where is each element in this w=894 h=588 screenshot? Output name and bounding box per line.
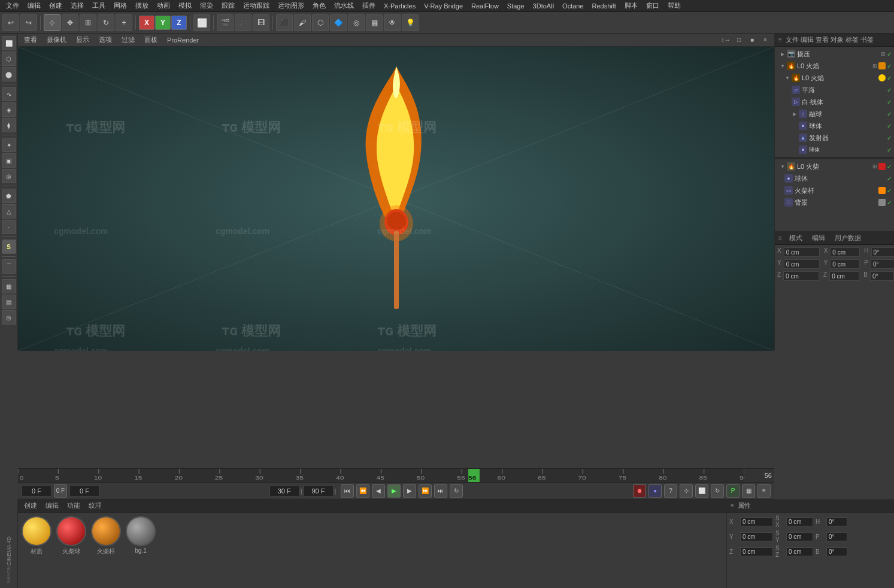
coord-b-input[interactable] [826, 547, 847, 556]
lt-bend[interactable]: ⌒ [2, 259, 16, 274]
lt-grid3[interactable]: ◎ [2, 310, 16, 325]
lt-null[interactable]: ◎ [2, 169, 16, 183]
lt-s-icon[interactable]: S [2, 240, 16, 254]
attr-y-size[interactable] [830, 259, 860, 269]
attr-z-size[interactable] [829, 271, 859, 281]
menu-vray[interactable]: V-Ray Bridge [420, 2, 466, 10]
tree-item-pinghai[interactable]: ▱ 平海 ✓ [775, 84, 894, 96]
texture-tool[interactable]: 🔷 [330, 14, 347, 31]
lt-spline[interactable]: ∿ [2, 87, 16, 101]
menu-character[interactable]: 角色 [309, 1, 329, 11]
move-tool[interactable]: ✥ [62, 14, 78, 31]
vp-tab-options[interactable]: 选项 [96, 34, 114, 46]
viewport-cube[interactable]: ⬛ [276, 14, 293, 31]
menu-select[interactable]: 选择 [67, 1, 87, 11]
frame-counter[interactable]: 0 F [54, 484, 67, 498]
tree-item-root[interactable]: ▶ 📷 摄压 ⊞ ✓ [775, 48, 894, 60]
menu-plugin[interactable]: 插件 [359, 1, 379, 11]
vp-tab-display[interactable]: 显示 [74, 34, 92, 46]
menu-window[interactable]: 窗口 [643, 1, 663, 11]
cycle-anim-button[interactable]: ↻ [711, 484, 724, 498]
menu-simulate[interactable]: 模拟 [175, 1, 195, 11]
prorender-button[interactable]: P [726, 484, 740, 498]
auto-key-button[interactable]: ● [648, 484, 662, 498]
menu-help[interactable]: 帮助 [664, 1, 684, 11]
attr-x-size[interactable] [830, 247, 860, 257]
node-tool[interactable]: ⬡ [312, 14, 329, 31]
clone-anim-button[interactable]: ⬜ [695, 484, 708, 498]
vp-ctrl-window[interactable]: □ [734, 35, 744, 46]
vp-ctrl-arrows[interactable]: ↕↔ [720, 35, 731, 46]
scale-tool[interactable]: ⊞ [80, 14, 96, 31]
mat-tab-edit[interactable]: 编辑 [43, 500, 61, 511]
menu-tools[interactable]: 工具 [89, 1, 109, 11]
lt-polygon[interactable]: ⬟ [2, 189, 16, 203]
attr-y-pos[interactable] [784, 259, 820, 269]
menu-file[interactable]: 文件 [2, 1, 23, 11]
render-btn[interactable]: 👁 [384, 14, 401, 31]
lt-nurbs[interactable]: ◈ [2, 102, 16, 117]
step-back-button[interactable]: ◀ [372, 484, 385, 498]
mat-tab-create[interactable]: 创建 [22, 500, 40, 511]
light-tool[interactable]: 💡 [402, 14, 419, 31]
menu-3dtoall[interactable]: 3DtoAll [529, 2, 557, 10]
menu-mograph[interactable]: 运动图形 [274, 1, 308, 11]
vp-tab-panel[interactable]: 面板 [142, 34, 160, 46]
lt-point[interactable]: · [2, 220, 16, 234]
attr-p-rot[interactable] [871, 259, 894, 269]
material-swatch-2[interactable]: 火柴球 [56, 516, 86, 556]
grid-anim-button[interactable]: ▦ [742, 484, 755, 498]
material-swatch-4[interactable]: bg.1 [126, 516, 156, 556]
coord-z-input[interactable] [740, 547, 773, 556]
record-button[interactable]: ⏺ [633, 484, 646, 498]
rl-tab-userdata[interactable]: 用户数据 [832, 232, 863, 244]
start-frame-display[interactable]: 0 F [22, 486, 51, 496]
menu-edit[interactable]: 编辑 [24, 1, 44, 11]
coord-sx-input[interactable] [786, 517, 813, 526]
coord-p-input[interactable] [826, 532, 847, 541]
menu-octane[interactable]: Octane [559, 2, 587, 10]
tree-item-huochaigan[interactable]: ▭ 火柴杆 ✓ [775, 184, 894, 196]
coord-x-input[interactable] [740, 517, 773, 526]
timeline-ruler[interactable]: 0 5 10 15 20 25 30 35 40 45 50 [18, 469, 744, 482]
tree-item-beijing[interactable]: □ 背景 ✓ [775, 196, 894, 208]
lt-cube[interactable]: ⬜ [2, 36, 16, 50]
menu-xparticles[interactable]: X-Particles [380, 2, 419, 10]
lt-light[interactable]: ✦ [2, 138, 16, 152]
fps-display[interactable]: 30 F [269, 486, 299, 496]
go-start-button[interactable]: ⏮ [341, 484, 354, 498]
attr-b-rot[interactable] [870, 271, 894, 281]
mat-tab-texture[interactable]: 纹理 [86, 500, 104, 511]
menu-realflow[interactable]: RealFlow [468, 2, 502, 10]
menu-render[interactable]: 渲染 [196, 1, 217, 11]
lt-camera[interactable]: ▣ [2, 153, 16, 168]
tree-item-qiuti2[interactable]: ● 球体 ✓ [775, 172, 894, 184]
menu-stage[interactable]: Stage [504, 2, 528, 10]
lt-edge[interactable]: △ [2, 204, 16, 219]
coord-h-input[interactable] [826, 517, 847, 526]
menu-animate[interactable]: 动画 [153, 1, 174, 11]
axis-z-button[interactable]: Z [171, 16, 187, 30]
paint-tool[interactable]: 🖌 [294, 14, 311, 31]
next-keyframe-button[interactable]: ⏩ [419, 484, 432, 498]
coord-sy-input[interactable] [786, 532, 813, 541]
viewport-canvas[interactable]: ᴛɢ 模型网 ᴛɢ 模型网 ᴛɢ 模型网 cgmodel.com cgmodel… [18, 47, 774, 351]
menu-place[interactable]: 摆放 [132, 1, 152, 11]
undo-button[interactable]: ↩ [2, 14, 19, 31]
menu-track[interactable]: 跟踪 [218, 1, 238, 11]
menu-script[interactable]: 脚本 [621, 1, 641, 11]
tree-item-l0fire-child[interactable]: ▼ 🔥 L0 火焰 ✓ [775, 72, 894, 84]
lt-deform[interactable]: ⧫ [2, 118, 16, 132]
vp-ctrl-close[interactable]: × [760, 35, 771, 46]
coord-sz-input[interactable] [786, 547, 813, 556]
tree-item-qiuti[interactable]: ● 球体 ✓ [775, 120, 894, 132]
rl-tab-mode[interactable]: 模式 [787, 232, 805, 244]
keyframe-options[interactable]: ? [664, 484, 677, 498]
tree-item-small1[interactable]: ● 球体 ✓ [775, 144, 894, 156]
move-anim-button[interactable]: ⊹ [680, 484, 693, 498]
select-tool[interactable]: ⊹ [44, 14, 60, 31]
camera2-tool[interactable]: 🎥 [235, 14, 251, 31]
prev-keyframe-button[interactable]: ⏪ [356, 484, 369, 498]
loop-button[interactable]: ↻ [450, 484, 463, 498]
rotate-tool[interactable]: ↻ [98, 14, 114, 31]
